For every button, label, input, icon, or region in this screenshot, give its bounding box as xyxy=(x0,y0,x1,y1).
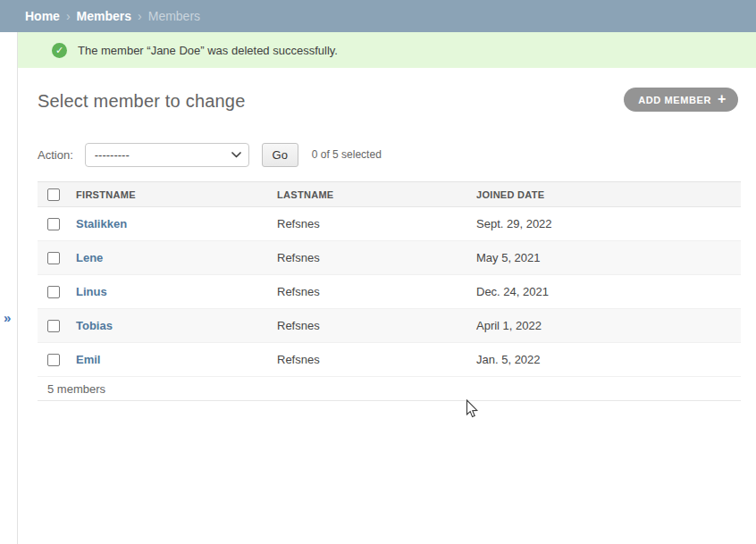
sidebar-toggle-icon[interactable]: » xyxy=(4,311,11,324)
member-link[interactable]: Tobias xyxy=(76,319,113,332)
row-checkbox[interactable] xyxy=(47,320,60,332)
joined-date-cell: Jan. 5, 2022 xyxy=(476,353,741,366)
add-member-button[interactable]: ADD MEMBER + xyxy=(624,88,738,112)
row-checkbox[interactable] xyxy=(47,252,60,264)
row-checkbox[interactable] xyxy=(47,218,60,230)
breadcrumb-separator: › xyxy=(138,9,142,23)
lastname-cell: Refsnes xyxy=(277,319,476,332)
action-select[interactable]: --------- xyxy=(85,143,249,167)
breadcrumb-link-members[interactable]: Members xyxy=(77,9,131,23)
joined-date-cell: Dec. 24, 2021 xyxy=(476,285,741,298)
member-link[interactable]: Emil xyxy=(76,353,100,366)
success-message: ✓ The member “Jane Doe” was deleted succ… xyxy=(18,32,756,68)
member-link[interactable]: Stalikken xyxy=(76,217,127,230)
actions-toolbar: Action: --------- Go 0 of 5 selected xyxy=(38,142,382,167)
add-member-button-label: ADD MEMBER xyxy=(638,95,711,105)
lastname-cell: Refsnes xyxy=(277,285,476,298)
lastname-cell: Refsnes xyxy=(277,251,476,264)
check-circle-icon: ✓ xyxy=(52,43,67,58)
action-label: Action: xyxy=(38,148,73,162)
table-row: Linus Refsnes Dec. 24, 2021 xyxy=(38,275,741,309)
member-link[interactable]: Linus xyxy=(76,285,107,298)
page-title: Select member to change xyxy=(38,91,246,112)
selection-status: 0 of 5 selected xyxy=(312,148,382,161)
table-row: Tobias Refsnes April 1, 2022 xyxy=(38,309,741,343)
breadcrumb-separator: › xyxy=(66,9,71,23)
breadcrumb-link-home[interactable]: Home xyxy=(25,9,60,23)
table-header-row: FIRSTNAME LASTNAME JOINED DATE xyxy=(38,181,741,207)
breadcrumb: Home › Members › Members xyxy=(0,0,756,32)
column-header-lastname[interactable]: LASTNAME xyxy=(277,189,476,200)
column-header-joined-date[interactable]: JOINED DATE xyxy=(476,189,741,200)
sidebar-rail: » xyxy=(0,32,18,544)
row-checkbox[interactable] xyxy=(47,286,60,298)
joined-date-cell: Sept. 29, 2022 xyxy=(476,217,741,230)
main-content: ✓ The member “Jane Doe” was deleted succ… xyxy=(18,32,756,544)
success-message-text: The member “Jane Doe” was deleted succes… xyxy=(78,44,338,57)
column-header-firstname[interactable]: FIRSTNAME xyxy=(76,189,277,200)
table-footer-count: 5 members xyxy=(38,377,741,401)
member-link[interactable]: Lene xyxy=(76,251,103,264)
table-row: Lene Refsnes May 5, 2021 xyxy=(38,241,741,275)
table-row: Stalikken Refsnes Sept. 29, 2022 xyxy=(38,207,741,241)
table-row: Emil Refsnes Jan. 5, 2022 xyxy=(38,343,741,377)
joined-date-cell: May 5, 2021 xyxy=(476,251,741,264)
lastname-cell: Refsnes xyxy=(277,217,476,230)
breadcrumb-current-page: Members xyxy=(148,9,200,23)
member-table: FIRSTNAME LASTNAME JOINED DATE Stalikken… xyxy=(38,181,741,401)
go-button[interactable]: Go xyxy=(262,143,298,167)
joined-date-cell: April 1, 2022 xyxy=(476,319,741,332)
plus-icon: + xyxy=(718,92,727,106)
lastname-cell: Refsnes xyxy=(277,353,476,366)
select-all-checkbox[interactable] xyxy=(47,188,60,201)
row-checkbox[interactable] xyxy=(47,354,60,366)
